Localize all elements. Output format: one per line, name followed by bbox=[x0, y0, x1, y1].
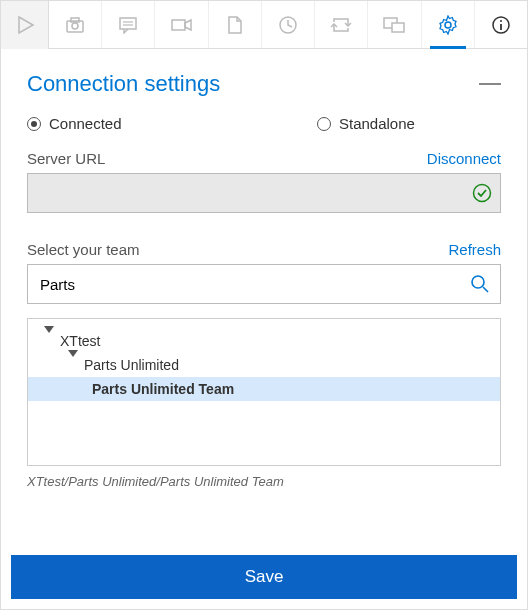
chevron-down-icon bbox=[44, 326, 54, 349]
server-url-field[interactable] bbox=[27, 173, 501, 213]
tree-node-label: Parts Unlimited Team bbox=[92, 381, 234, 397]
team-tree: XTtest Parts Unlimited Parts Unlimited T… bbox=[27, 318, 501, 466]
tab-screens[interactable] bbox=[368, 1, 421, 48]
radio-standalone-label: Standalone bbox=[339, 115, 415, 132]
mode-radio-group: Connected Standalone bbox=[27, 115, 501, 132]
tree-node-project[interactable]: Parts Unlimited bbox=[28, 353, 500, 377]
team-label: Select your team bbox=[27, 241, 140, 258]
tab-settings[interactable] bbox=[422, 1, 475, 48]
team-path-breadcrumb: XTtest/Parts Unlimited/Parts Unlimited T… bbox=[27, 474, 501, 489]
tree-node-root[interactable]: XTtest bbox=[28, 329, 500, 353]
toolbar-tabs bbox=[49, 1, 527, 48]
save-button-label: Save bbox=[245, 567, 284, 587]
tab-camera[interactable] bbox=[49, 1, 102, 48]
screens-icon bbox=[383, 16, 405, 34]
tab-clock[interactable] bbox=[262, 1, 315, 48]
repeat-icon bbox=[330, 16, 352, 34]
tree-node-label: XTtest bbox=[60, 333, 100, 349]
play-icon bbox=[15, 15, 35, 35]
svg-point-14 bbox=[500, 20, 502, 22]
chevron-down-icon bbox=[68, 350, 78, 373]
svg-rect-4 bbox=[120, 18, 136, 29]
radio-dot-icon bbox=[27, 117, 41, 131]
svg-point-17 bbox=[472, 276, 484, 288]
check-circle-icon bbox=[472, 183, 492, 203]
svg-point-3 bbox=[72, 23, 78, 29]
tree-node-team[interactable]: Parts Unlimited Team bbox=[28, 377, 500, 401]
settings-panel: Connection settings Connected Standalone… bbox=[1, 49, 527, 489]
gear-icon bbox=[438, 15, 458, 35]
refresh-link[interactable]: Refresh bbox=[448, 241, 501, 258]
section-header: Connection settings bbox=[27, 71, 501, 97]
radio-connected[interactable]: Connected bbox=[27, 115, 317, 132]
radio-connected-label: Connected bbox=[49, 115, 122, 132]
svg-marker-8 bbox=[185, 20, 191, 30]
server-url-label: Server URL bbox=[27, 150, 105, 167]
clock-icon bbox=[278, 15, 298, 35]
comment-icon bbox=[118, 16, 138, 34]
tab-file[interactable] bbox=[209, 1, 262, 48]
video-icon bbox=[171, 17, 193, 33]
radio-dot-icon bbox=[317, 117, 331, 131]
info-icon bbox=[491, 15, 511, 35]
team-search-input[interactable] bbox=[38, 275, 470, 294]
search-icon[interactable] bbox=[470, 274, 490, 294]
save-button[interactable]: Save bbox=[11, 555, 517, 599]
svg-point-12 bbox=[445, 22, 451, 28]
team-search-box[interactable] bbox=[27, 264, 501, 304]
svg-rect-2 bbox=[71, 18, 79, 22]
camera-icon bbox=[65, 16, 85, 34]
tab-video[interactable] bbox=[155, 1, 208, 48]
tree-node-label: Parts Unlimited bbox=[84, 357, 179, 373]
section-title: Connection settings bbox=[27, 71, 220, 97]
top-toolbar bbox=[1, 1, 527, 49]
svg-line-18 bbox=[483, 287, 488, 292]
server-url-header: Server URL Disconnect bbox=[27, 150, 501, 167]
tab-repeat[interactable] bbox=[315, 1, 368, 48]
collapse-toggle[interactable] bbox=[479, 83, 501, 85]
svg-point-16 bbox=[474, 185, 491, 202]
tab-info[interactable] bbox=[475, 1, 527, 48]
file-icon bbox=[227, 15, 243, 35]
radio-standalone[interactable]: Standalone bbox=[317, 115, 415, 132]
tab-comment[interactable] bbox=[102, 1, 155, 48]
svg-rect-7 bbox=[172, 20, 185, 30]
team-header: Select your team Refresh bbox=[27, 241, 501, 258]
svg-rect-11 bbox=[392, 23, 404, 32]
play-button[interactable] bbox=[1, 1, 49, 49]
disconnect-link[interactable]: Disconnect bbox=[427, 150, 501, 167]
svg-marker-0 bbox=[19, 17, 33, 33]
